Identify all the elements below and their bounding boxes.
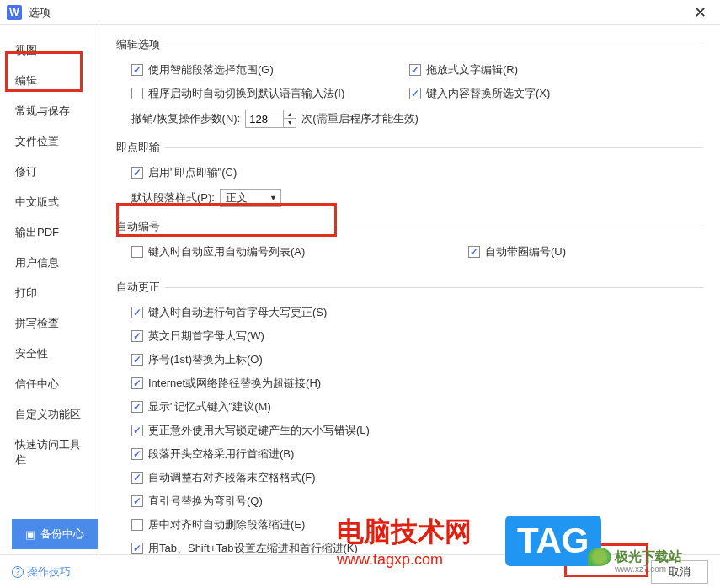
checkbox-icon [131,354,143,366]
checkbox-autocorrect-item[interactable]: 自动调整右对齐段落末空格格式(F) [131,470,316,485]
sidebar: 视图 编辑 常规与保存 文件位置 修订 中文版式 输出PDF 用户信息 打印 拼… [0,25,99,554]
backup-center-button[interactable]: ▣ 备份中心 [12,519,98,549]
checkbox-icon [131,377,143,389]
checkbox-circle-number[interactable]: 自动带圈编号(U) [468,244,566,259]
sidebar-item-general-save[interactable]: 常规与保存 [0,96,99,126]
checkbox-icon [131,401,143,413]
sidebar-item-trust-center[interactable]: 信任中心 [0,369,99,399]
checkbox-smart-paragraph[interactable]: 使用智能段落选择范围(G) [131,62,392,78]
checkbox-autocorrect-item[interactable]: 更正意外使用大写锁定键产生的大小写错误(L) [131,423,370,438]
section-edit-options: 编辑选项 使用智能段落选择范围(G) 拖放式文字编辑(R) 程序启动时自动切换到… [116,37,703,128]
section-auto-correct: 自动更正 键入时自动进行句首字母大写更正(S)英文日期首字母大写(W)序号(1s… [116,280,703,554]
section-title: 自动更正 [116,280,160,295]
footer: ? 操作技巧 取消 [0,554,720,588]
checkbox-icon [131,495,143,507]
tips-link[interactable]: ? 操作技巧 [12,564,71,580]
checkbox-autocorrect-item[interactable]: 居中对齐时自动删除段落缩进(E) [131,517,305,532]
checkbox-icon [131,543,143,554]
section-title: 编辑选项 [116,37,160,52]
checkbox-autocorrect-item[interactable]: 显示"记忆式键入"建议(M) [131,399,271,414]
checkbox-auto-switch-ime[interactable]: 程序启动时自动切换到默认语言输入法(I) [131,86,392,101]
checkbox-autocorrect-item[interactable]: 段落开头空格采用行首缩进(B) [131,446,294,462]
checkbox-autocorrect-item[interactable]: 序号(1st)替换为上标(O) [131,352,263,367]
undo-steps-spinbox[interactable]: ▲▼ [245,110,296,128]
checkbox-autocorrect-item[interactable]: 用Tab、Shift+Tab设置左缩进和首行缩进(K) [131,541,358,554]
checkbox-drag-text[interactable]: 拖放式文字编辑(R) [409,62,518,78]
sidebar-item-view[interactable]: 视图 [0,35,99,66]
checkbox-icon [131,425,143,436]
sidebar-item-print[interactable]: 打印 [0,278,99,308]
window-title: 选项 [29,5,687,20]
sidebar-item-chinese-layout[interactable]: 中文版式 [0,187,99,217]
checkbox-icon [131,88,143,99]
sidebar-item-quick-access[interactable]: 快速访问工具栏 [0,430,99,475]
checkbox-icon [131,519,143,531]
chevron-down-icon: ▼ [269,194,277,202]
undo-steps-suffix: 次(需重启程序才能生效) [301,111,419,126]
sidebar-item-edit[interactable]: 编辑 [0,66,99,96]
undo-steps-label: 撤销/恢复操作步数(N): [131,111,240,126]
undo-steps-input[interactable] [246,110,283,127]
cancel-button[interactable]: 取消 [651,560,708,584]
spin-down-icon[interactable]: ▼ [284,119,296,127]
sidebar-item-security[interactable]: 安全性 [0,339,99,369]
titlebar: W 选项 ✕ [0,0,720,25]
checkbox-auto-number-list[interactable]: 键入时自动应用自动编号列表(A) [131,244,451,259]
checkbox-icon [131,64,143,76]
sidebar-item-custom-ribbon[interactable]: 自定义功能区 [0,399,99,430]
checkbox-icon [131,246,143,258]
checkbox-icon [131,472,143,484]
sidebar-item-user-info[interactable]: 用户信息 [0,248,99,278]
default-style-label: 默认段落样式(P): [131,190,215,206]
checkbox-icon [131,307,143,318]
section-auto-number: 自动编号 键入时自动应用自动编号列表(A) 自动带圈编号(U) [116,219,703,268]
checkbox-autocorrect-item[interactable]: Internet或网络路径替换为超链接(H) [131,376,321,391]
checkbox-icon [131,448,143,460]
section-title: 即点即输 [116,140,160,155]
sidebar-item-file-location[interactable]: 文件位置 [0,126,99,157]
sidebar-item-output-pdf[interactable]: 输出PDF [0,217,99,248]
checkbox-icon [131,167,143,179]
checkbox-enable-click-type[interactable]: 启用"即点即输"(C) [131,165,237,180]
backup-icon: ▣ [25,528,35,541]
checkbox-icon [131,330,143,342]
spin-up-icon[interactable]: ▲ [284,110,296,119]
section-title: 自动编号 [116,219,160,234]
app-icon: W [7,5,22,20]
checkbox-icon [409,88,421,99]
checkbox-autocorrect-item[interactable]: 键入时自动进行句首字母大写更正(S) [131,305,327,320]
main-panel: 编辑选项 使用智能段落选择范围(G) 拖放式文字编辑(R) 程序启动时自动切换到… [99,25,720,554]
checkbox-icon [409,64,421,76]
close-icon[interactable]: ✕ [687,3,713,22]
default-style-select[interactable]: 正文 ▼ [220,189,281,207]
section-click-type: 即点即输 启用"即点即输"(C) 默认段落样式(P): 正文 ▼ [116,140,703,207]
sidebar-item-spellcheck[interactable]: 拼写检查 [0,308,99,339]
sidebar-item-revision[interactable]: 修订 [0,157,99,187]
help-icon: ? [12,566,24,578]
checkbox-autocorrect-item[interactable]: 英文日期首字母大写(W) [131,329,264,344]
checkbox-replace-selection[interactable]: 键入内容替换所选文字(X) [409,86,550,101]
checkbox-autocorrect-item[interactable]: 直引号替换为弯引号(Q) [131,494,263,509]
checkbox-icon [468,246,480,258]
